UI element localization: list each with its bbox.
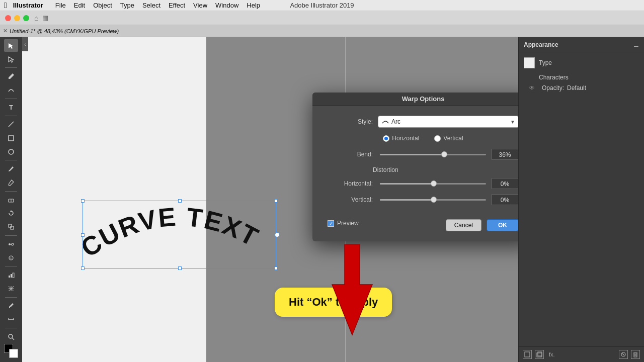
- maximize-button[interactable]: [23, 15, 29, 21]
- tool-pen[interactable]: [4, 70, 18, 82]
- menu-view[interactable]: View: [193, 2, 207, 9]
- svg-rect-25: [538, 352, 542, 356]
- distortion-section: Distortion: [373, 165, 518, 174]
- tool-blend[interactable]: [4, 238, 18, 250]
- menu-file[interactable]: File: [55, 2, 66, 9]
- bend-slider[interactable]: [380, 154, 486, 155]
- tool-type[interactable]: T: [4, 101, 18, 114]
- bend-value[interactable]: 36%: [491, 149, 518, 160]
- radio-vertical-label: Vertical: [443, 135, 463, 142]
- appearance-panel: Appearance ⚊ Type Characters 👁 Opacity: …: [518, 37, 644, 362]
- type-swatch: [524, 57, 535, 68]
- layout-icon[interactable]: ▦: [42, 14, 48, 22]
- tool-eraser[interactable]: [4, 194, 18, 206]
- v-dist-thumb[interactable]: [431, 197, 437, 203]
- home-icon[interactable]: ⌂: [34, 14, 38, 22]
- tool-scale[interactable]: [4, 221, 18, 233]
- menu-help[interactable]: Help: [247, 2, 260, 9]
- close-button[interactable]: [5, 15, 11, 21]
- v-dist-row: Vertical: 0%: [328, 194, 518, 205]
- toolbar-separator: [5, 67, 17, 68]
- menu-edit[interactable]: Edit: [74, 2, 85, 9]
- tabbar: ✕ Untitled-1* @ 48,43% (CMYK/GPU Preview…: [0, 25, 644, 37]
- bend-label: Bend:: [328, 151, 373, 158]
- tool-direct-select[interactable]: [4, 53, 18, 65]
- radio-vertical[interactable]: Vertical: [434, 135, 463, 142]
- tooltip-text: Hit “Ok” to apply: [289, 296, 378, 308]
- tool-measure[interactable]: [4, 313, 18, 326]
- panel-clear-icon[interactable]: [619, 350, 628, 359]
- panel-new-item-icon[interactable]: [523, 350, 532, 359]
- tool-eyedropper[interactable]: [4, 300, 18, 312]
- tool-zoom[interactable]: [4, 330, 18, 343]
- eye-icon[interactable]: 👁: [529, 84, 539, 92]
- h-dist-label: Horizontal:: [328, 180, 373, 187]
- minimize-button[interactable]: [14, 15, 20, 21]
- warp-dialog: Warp Options Style: Arc ▼: [312, 93, 518, 241]
- app-name[interactable]: Illustrator: [13, 2, 43, 9]
- radio-horizontal[interactable]: Horizontal: [383, 135, 419, 142]
- style-select[interactable]: Arc ▼: [378, 116, 518, 128]
- menu-select[interactable]: Select: [142, 2, 160, 9]
- tool-select[interactable]: [4, 39, 18, 52]
- orientation-row: Horizontal Vertical: [328, 135, 518, 142]
- toolbar-collapse[interactable]: ‹: [22, 37, 28, 51]
- panel-new-layer-icon[interactable]: [535, 350, 544, 359]
- tool-line[interactable]: [4, 118, 18, 131]
- h-dist-value[interactable]: 0%: [491, 178, 518, 189]
- h-dist-row: Horizontal: 0%: [328, 178, 518, 189]
- menu-type[interactable]: Type: [120, 2, 134, 9]
- bend-slider-thumb[interactable]: [441, 151, 447, 157]
- menu-effect[interactable]: Effect: [169, 2, 185, 9]
- cancel-button[interactable]: Cancel: [446, 219, 481, 231]
- svg-rect-1: [9, 136, 14, 141]
- window-chrome: ⌂ ▦: [0, 11, 644, 25]
- panel-delete-icon[interactable]: [631, 350, 640, 359]
- menu-window[interactable]: Window: [215, 2, 238, 9]
- style-label: Style:: [328, 118, 373, 125]
- svg-rect-15: [13, 273, 14, 278]
- tool-graph[interactable]: [4, 268, 18, 281]
- tool-paintbrush[interactable]: [4, 162, 18, 175]
- tool-ellipse[interactable]: [4, 145, 18, 158]
- menu-object[interactable]: Object: [93, 2, 112, 9]
- stroke-color-swatch[interactable]: [9, 349, 18, 358]
- radio-horizontal-circle[interactable]: [383, 135, 389, 142]
- svg-rect-6: [9, 224, 12, 227]
- apple-menu[interactable]: : [4, 1, 7, 10]
- tool-rotate[interactable]: [4, 207, 18, 220]
- tool-pencil[interactable]: [4, 176, 18, 189]
- preview-checkbox[interactable]: ✓: [328, 220, 334, 227]
- appearance-panel-close[interactable]: ⚊: [633, 41, 639, 48]
- characters-row: Characters: [524, 72, 639, 81]
- type-row: Type: [524, 57, 639, 68]
- warp-dialog-title: Warp Options: [402, 95, 445, 103]
- svg-point-19: [9, 334, 13, 338]
- fx-icon[interactable]: fx.: [549, 351, 555, 357]
- appearance-panel-body: Type Characters 👁 Opacity: Default: [519, 52, 644, 97]
- characters-label: Characters: [539, 74, 569, 81]
- traffic-lights: [5, 15, 29, 21]
- tool-curvature[interactable]: [4, 83, 18, 96]
- curved-text-element[interactable]: CURVE TEXT: [78, 183, 280, 274]
- tab-label[interactable]: Untitled-1* @ 48,43% (CMYK/GPU Preview): [10, 28, 119, 34]
- opacity-value: Default: [567, 84, 586, 92]
- v-dist-slider[interactable]: [380, 199, 486, 201]
- annotation-tooltip: Hit “Ok” to apply: [275, 288, 392, 317]
- radio-horizontal-label: Horizontal: [392, 135, 419, 142]
- tool-rect[interactable]: [4, 132, 18, 144]
- v-dist-value[interactable]: 0%: [491, 194, 518, 205]
- svg-line-20: [12, 338, 14, 340]
- svg-rect-7: [11, 226, 14, 229]
- tab-close-icon[interactable]: ✕: [3, 28, 8, 34]
- canvas-area[interactable]: CURVE TEXT Warp Options: [28, 37, 518, 362]
- h-dist-slider[interactable]: [380, 183, 486, 185]
- arc-style-icon: [381, 118, 389, 125]
- radio-vertical-circle[interactable]: [434, 135, 441, 142]
- toolbar-separator-2: [5, 99, 17, 99]
- svg-text:*: *: [10, 256, 12, 261]
- tool-mesh[interactable]: [4, 283, 18, 295]
- tool-symbol[interactable]: *: [4, 251, 18, 264]
- h-dist-thumb[interactable]: [431, 180, 437, 187]
- ok-button[interactable]: OK: [487, 219, 518, 231]
